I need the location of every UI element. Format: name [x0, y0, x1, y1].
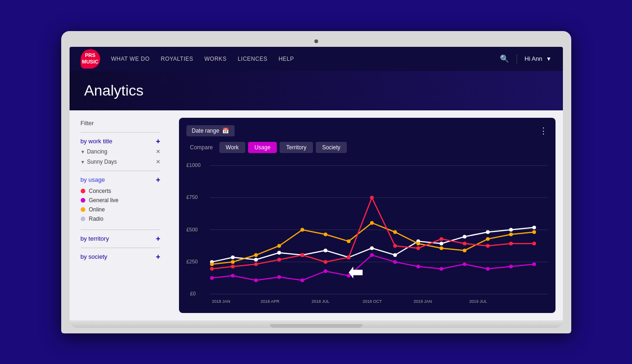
page-title: Analytics	[84, 82, 548, 99]
tab-compare[interactable]: Compare	[186, 142, 217, 153]
tab-work[interactable]: Work	[219, 142, 245, 153]
online-label: Online	[89, 206, 105, 213]
svg-point-65	[300, 278, 304, 282]
svg-point-57	[463, 242, 466, 245]
svg-point-28	[486, 230, 490, 234]
svg-point-71	[440, 267, 443, 270]
svg-text:2019 JAN: 2019 JAN	[414, 299, 432, 304]
laptop-screen: PRS MUSIC WHAT WE DO ROYALTIES WORKS LIC…	[70, 47, 563, 320]
screen-bezel: PRS MUSIC WHAT WE DO ROYALTIES WORKS LIC…	[61, 31, 571, 333]
navbar: PRS MUSIC WHAT WE DO ROYALTIES WORKS LIC…	[70, 47, 563, 71]
filter-section-header-usage[interactable]: by usage +	[81, 176, 160, 184]
svg-text:2018 OCT: 2018 OCT	[363, 299, 382, 304]
nav-what-we-do[interactable]: WHAT WE DO	[111, 56, 150, 62]
svg-point-52	[347, 255, 351, 259]
calendar-icon: 📅	[222, 128, 229, 134]
filter-usage-label: by usage	[81, 176, 105, 183]
filter-tag-sunny-close[interactable]: ✕	[156, 159, 160, 165]
nav-help[interactable]: HELP	[279, 56, 294, 62]
svg-text:2018 JAN: 2018 JAN	[212, 299, 230, 304]
svg-point-58	[486, 244, 490, 248]
svg-point-34	[277, 244, 281, 248]
tab-usage[interactable]: Usage	[248, 142, 277, 153]
svg-point-39	[393, 230, 397, 234]
svg-point-75	[532, 262, 536, 266]
add-work-title-icon[interactable]: +	[156, 137, 160, 146]
svg-text:2018 JUL: 2018 JUL	[312, 299, 329, 304]
nav-links: WHAT WE DO ROYALTIES WORKS LICENCES HELP	[111, 56, 500, 62]
laptop-camera	[314, 39, 318, 43]
filter-section-header-work-title[interactable]: by work title +	[81, 137, 160, 146]
svg-point-49	[277, 257, 281, 261]
filter-tag-dancing-label: ▼Dancing	[81, 148, 108, 155]
svg-point-69	[393, 260, 397, 263]
tab-society[interactable]: Society	[316, 142, 347, 153]
legend-online: Online	[81, 206, 160, 213]
filter-section-society: by society +	[81, 248, 160, 266]
nav-divider	[517, 54, 517, 64]
svg-point-29	[509, 228, 513, 231]
svg-point-44	[509, 232, 513, 236]
add-territory-icon[interactable]: +	[156, 235, 160, 243]
svg-text:2018 APR: 2018 APR	[261, 299, 280, 304]
svg-point-31	[210, 262, 214, 266]
laptop-base	[70, 320, 563, 328]
usage-legend: Concerts General live Online	[81, 188, 160, 222]
chart-tabs: Compare Work Usage Territory Society	[186, 142, 548, 153]
svg-point-64	[277, 275, 281, 279]
svg-point-60	[532, 242, 536, 245]
radio-dot	[81, 217, 85, 221]
filter-tag-sunny-days-label: ▼Sunny Days	[81, 159, 117, 165]
general-live-label: General live	[89, 197, 119, 204]
filter-tag-dancing-close[interactable]: ✕	[156, 148, 160, 155]
filter-territory-label: by territory	[81, 235, 109, 242]
prs-logo[interactable]: PRS MUSIC	[81, 49, 100, 69]
filter-tag-dancing: ▼Dancing ✕	[81, 147, 160, 156]
tab-territory[interactable]: Territory	[280, 142, 313, 153]
svg-point-73	[486, 267, 490, 270]
nav-works[interactable]: WORKS	[204, 56, 227, 62]
sidebar: Filter by work title + ▼Dancing ✕	[70, 110, 172, 320]
nav-royalties[interactable]: ROYALTIES	[161, 56, 193, 62]
filter-section-territory: by territory +	[81, 230, 160, 248]
search-icon[interactable]: 🔍	[500, 54, 509, 63]
svg-point-53	[370, 196, 374, 199]
svg-point-66	[324, 269, 327, 273]
add-usage-icon[interactable]: +	[156, 176, 160, 184]
date-range-button[interactable]: Date range 📅	[186, 125, 235, 136]
svg-text:2019 JUL: 2019 JUL	[469, 299, 486, 304]
svg-point-40	[416, 242, 420, 245]
svg-point-37	[347, 239, 351, 243]
legend-concerts: Concerts	[81, 188, 160, 194]
svg-text:£250: £250	[186, 258, 198, 264]
svg-point-41	[440, 246, 443, 250]
svg-point-33	[254, 253, 258, 257]
svg-point-51	[324, 260, 327, 263]
svg-point-62	[231, 274, 235, 277]
svg-point-72	[463, 262, 466, 266]
add-society-icon[interactable]: +	[156, 253, 160, 261]
svg-point-47	[231, 264, 235, 268]
chart-menu-icon[interactable]: ⋮	[539, 126, 548, 136]
svg-point-19	[277, 251, 281, 255]
filter-section-header-territory[interactable]: by territory +	[81, 235, 160, 243]
svg-point-70	[416, 264, 420, 268]
svg-point-63	[254, 278, 258, 282]
main-content: Filter by work title + ▼Dancing ✕	[70, 110, 563, 320]
concerts-dot	[81, 189, 85, 193]
svg-point-54	[393, 244, 397, 248]
svg-point-67	[347, 274, 351, 277]
legend-general-live: General live	[81, 197, 160, 204]
svg-point-35	[300, 228, 304, 231]
svg-point-23	[370, 246, 374, 250]
nav-right: 🔍 Hi Ann ▼	[500, 54, 551, 64]
chart-area: Date range 📅 ⋮ Compare Work Usage Terr	[172, 110, 563, 320]
svg-text:£750: £750	[186, 194, 198, 200]
nav-licences[interactable]: LICENCES	[238, 56, 268, 62]
radio-label: Radio	[89, 216, 103, 222]
svg-point-42	[463, 249, 466, 252]
filter-section-header-society[interactable]: by society +	[81, 253, 160, 261]
svg-text:£0: £0	[190, 291, 196, 296]
nav-user[interactable]: Hi Ann ▼	[524, 55, 551, 62]
svg-point-21	[324, 249, 327, 252]
